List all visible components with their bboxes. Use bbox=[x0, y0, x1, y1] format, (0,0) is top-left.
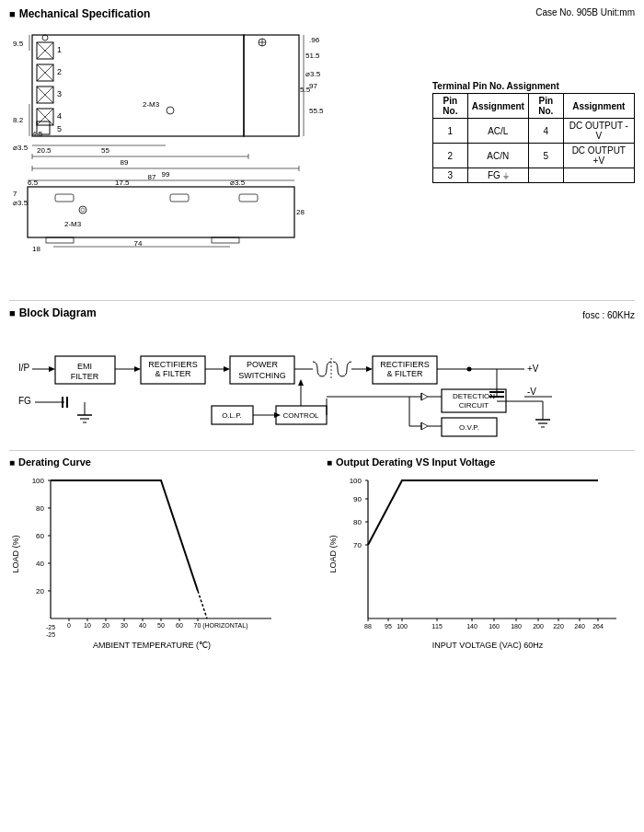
terminal-table: Terminal Pin No. Assignment Pin No. Assi… bbox=[432, 81, 635, 183]
ox-115: 115 bbox=[431, 623, 443, 630]
ox-100: 100 bbox=[397, 623, 408, 630]
dim-phi3_5-bot: ⌀3.5 bbox=[13, 144, 29, 152]
oy-100: 100 bbox=[350, 477, 362, 485]
svg-rect-0 bbox=[32, 35, 244, 136]
th-assignment-1: Assignment bbox=[467, 94, 528, 119]
dim-7: 7 bbox=[13, 190, 17, 198]
output-derating-title-text: Output Derating VS Input Voltage bbox=[336, 456, 495, 468]
dim-6_5: 6.5 bbox=[28, 179, 39, 187]
x-axis-label: AMBIENT TEMPERATURE (℃) bbox=[93, 641, 211, 650]
derating-title: Derating Curve bbox=[9, 456, 317, 468]
arrow-3 bbox=[224, 366, 230, 372]
dim-87: 87 bbox=[148, 173, 156, 181]
block-diagram-section: Block Diagram fosc : 60KHz I/P EMI FILTE… bbox=[9, 306, 635, 451]
pin-4: 4 bbox=[528, 119, 563, 144]
emi-filter-label: EMI bbox=[77, 362, 92, 371]
block-title-text: Block Diagram bbox=[19, 306, 97, 319]
th-pin-no-1: Pin No. bbox=[433, 94, 468, 119]
svg-point-4 bbox=[42, 35, 48, 40]
x--25-2: -25 bbox=[46, 631, 55, 638]
control-label: CONTROL bbox=[282, 411, 319, 420]
dim-51_5: 51.5 bbox=[305, 52, 320, 60]
dim-20_5: 20.5 bbox=[37, 146, 52, 155]
dim-8_2: 8.2 bbox=[13, 116, 24, 124]
svg-rect-34 bbox=[239, 194, 258, 202]
assign-5: DC OUTPUT +V bbox=[563, 144, 634, 168]
dim-18: 18 bbox=[32, 245, 40, 253]
ip-label: I/P bbox=[18, 363, 30, 373]
case-info: Case No. 905B Unit:mm bbox=[535, 7, 635, 17]
ox-180: 180 bbox=[511, 623, 522, 630]
ox-88: 88 bbox=[364, 623, 372, 630]
junction-dot bbox=[467, 367, 472, 372]
ox-axis-label: INPUT VOLTAGE (VAC) 60Hz bbox=[432, 641, 544, 650]
minus-v-label: -V bbox=[527, 387, 536, 397]
dim-97: 97 bbox=[309, 82, 317, 90]
pin3-label: 3 bbox=[57, 89, 62, 98]
mech-drawing-svg: 1 2 3 4 5 9.5 8.2 20.5 bbox=[9, 26, 396, 293]
terminal-symbols bbox=[37, 35, 53, 134]
svg-rect-32 bbox=[55, 194, 74, 202]
block-header-row: Block Diagram fosc : 60KHz bbox=[9, 306, 635, 323]
assign-1: AC/L bbox=[467, 119, 528, 144]
dim-28: 28 bbox=[296, 208, 305, 216]
dim-74: 74 bbox=[134, 239, 143, 248]
arrow-olp bbox=[274, 412, 281, 418]
diode-sym2 bbox=[421, 422, 428, 430]
arrow-ctrl bbox=[298, 379, 304, 386]
th-pin-no-2: Pin No. bbox=[528, 94, 563, 119]
oy-axis-label: LOAD (%) bbox=[328, 535, 338, 572]
dim-4_5: 4.5 bbox=[32, 130, 43, 138]
svg-rect-95 bbox=[368, 480, 616, 618]
output-derating-title: Output Derating VS Input Voltage bbox=[327, 456, 635, 468]
table-row: 1 AC/L 4 DC OUTPUT -V bbox=[433, 119, 635, 144]
transformer-secondary bbox=[333, 362, 351, 376]
terminal-caption: Terminal Pin No. Assignment bbox=[432, 81, 635, 91]
rect-filter1-label1: RECTIFIERS bbox=[148, 360, 198, 369]
dim-55_5: 55.5 bbox=[309, 107, 324, 115]
fg-label: FG bbox=[18, 396, 31, 406]
pin-2: 2 bbox=[433, 144, 468, 168]
x-40: 40 bbox=[139, 622, 146, 629]
mech-svg-container: 1 2 3 4 5 9.5 8.2 20.5 bbox=[9, 26, 423, 295]
th-assignment-2: Assignment bbox=[563, 94, 634, 119]
ox-220: 220 bbox=[553, 623, 564, 630]
ox-140: 140 bbox=[466, 623, 477, 630]
power-switching-label1: POWER bbox=[247, 360, 279, 369]
x-30: 30 bbox=[121, 622, 128, 629]
dim-96: .96 bbox=[309, 36, 320, 44]
terminal-table-container: Terminal Pin No. Assignment Pin No. Assi… bbox=[432, 81, 635, 295]
output-derating-chart: 100 90 80 70 LOAD (%) 88 95 100 115 bbox=[327, 471, 630, 655]
pin4-label: 4 bbox=[57, 111, 62, 121]
dim-89: 89 bbox=[121, 158, 129, 167]
dim-99: 99 bbox=[162, 170, 170, 179]
plus-v-label: +V bbox=[527, 364, 539, 374]
assign-3: FG ⏚ bbox=[467, 168, 528, 183]
emi-filter-label2: FILTER bbox=[71, 372, 99, 381]
arrow-1 bbox=[49, 366, 55, 372]
x-0: 0 bbox=[67, 622, 71, 629]
x-60: 60 bbox=[176, 622, 183, 629]
y-80: 80 bbox=[36, 504, 44, 513]
y-100: 100 bbox=[32, 477, 45, 485]
arrow-4 bbox=[366, 366, 373, 372]
x--25-1: -25 bbox=[46, 624, 55, 630]
oy-70: 70 bbox=[353, 541, 362, 549]
arrow-2 bbox=[134, 366, 141, 372]
derating-chart: 100 80 60 40 20 LOAD (%) -25 -25 0 1 bbox=[9, 471, 304, 655]
detection-label1: DETECTION bbox=[453, 392, 495, 400]
dim-17_5: 17.5 bbox=[115, 179, 130, 187]
rect-filter2-label2: & FILTER bbox=[387, 369, 423, 378]
ovp-label: O.V.P. bbox=[459, 423, 479, 432]
pin-1: 1 bbox=[433, 119, 468, 144]
page: Mechanical Specification Case No. 905B U… bbox=[0, 0, 644, 664]
block-title: Block Diagram bbox=[9, 306, 97, 319]
fosc-label: fosc : 60KHz bbox=[582, 310, 635, 320]
oy-80: 80 bbox=[353, 518, 362, 526]
pin-3: 3 bbox=[433, 168, 468, 183]
dim-phi3_5: ⌀3.5 bbox=[305, 70, 321, 78]
svg-point-19 bbox=[167, 107, 174, 114]
x-20: 20 bbox=[102, 622, 109, 629]
rect-filter2-label1: RECTIFIERS bbox=[380, 360, 430, 369]
table-row: 2 AC/N 5 DC OUTPUT +V bbox=[433, 144, 635, 168]
